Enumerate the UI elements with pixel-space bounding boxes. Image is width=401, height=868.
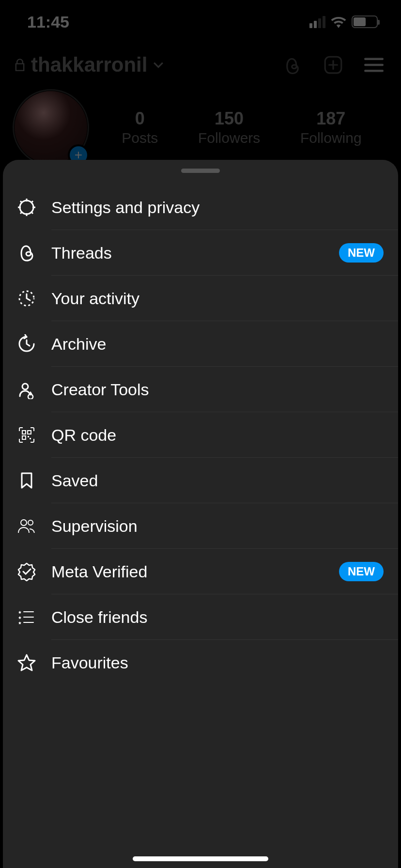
menu-saved[interactable]: Saved xyxy=(3,458,398,503)
creator-icon xyxy=(15,378,38,401)
svg-rect-13 xyxy=(22,431,26,434)
archive-icon xyxy=(15,333,38,355)
menu-item-label: Settings and privacy xyxy=(51,198,384,217)
bookmark-icon xyxy=(15,469,38,492)
menu-item-label: Creator Tools xyxy=(51,380,384,399)
svg-line-10 xyxy=(31,201,33,203)
menu-item-label: Saved xyxy=(51,471,384,490)
menu-item-label: QR code xyxy=(51,426,384,445)
new-badge: NEW xyxy=(339,562,384,581)
menu-supervision[interactable]: Supervision xyxy=(3,503,398,549)
activity-icon xyxy=(15,287,38,310)
svg-point-12 xyxy=(22,384,28,389)
svg-line-9 xyxy=(20,212,22,214)
svg-line-7 xyxy=(20,201,22,203)
svg-rect-15 xyxy=(22,436,26,439)
menu-item-label: Your activity xyxy=(51,289,384,308)
svg-rect-17 xyxy=(30,438,31,439)
svg-point-18 xyxy=(21,520,27,526)
menu-your-activity[interactable]: Your activity xyxy=(3,276,398,321)
verified-icon xyxy=(15,560,38,583)
threads-icon xyxy=(15,242,38,264)
menu-item-label: Close friends xyxy=(51,608,384,627)
qr-icon xyxy=(15,424,38,446)
menu-meta-verified[interactable]: Meta Verified NEW xyxy=(3,549,398,594)
menu-favourites[interactable]: Favourites xyxy=(3,640,398,685)
menu-sheet: Settings and privacy Threads NEW Your ac… xyxy=(3,160,398,868)
menu-archive[interactable]: Archive xyxy=(3,321,398,367)
svg-rect-14 xyxy=(28,431,31,434)
svg-rect-16 xyxy=(28,436,29,437)
svg-point-2 xyxy=(24,204,30,210)
home-indicator[interactable] xyxy=(133,856,268,861)
menu-settings-privacy[interactable]: Settings and privacy xyxy=(3,185,398,230)
menu-threads[interactable]: Threads NEW xyxy=(3,230,398,276)
supervision-icon xyxy=(15,515,38,537)
menu-list: Settings and privacy Threads NEW Your ac… xyxy=(3,185,398,685)
close-friends-icon xyxy=(15,606,38,628)
menu-item-label: Supervision xyxy=(51,517,384,536)
menu-item-label: Favourites xyxy=(51,653,384,672)
menu-close-friends[interactable]: Close friends xyxy=(3,594,398,640)
gear-icon xyxy=(15,196,38,218)
menu-item-label: Meta Verified xyxy=(51,562,339,581)
svg-line-8 xyxy=(31,212,33,214)
svg-point-19 xyxy=(28,520,33,525)
menu-qr-code[interactable]: QR code xyxy=(3,412,398,458)
menu-item-label: Threads xyxy=(51,244,339,263)
new-badge: NEW xyxy=(339,243,384,263)
menu-creator-tools[interactable]: Creator Tools xyxy=(3,367,398,412)
star-icon xyxy=(15,651,38,674)
menu-item-label: Archive xyxy=(51,335,384,354)
sheet-grabber[interactable] xyxy=(181,169,220,173)
